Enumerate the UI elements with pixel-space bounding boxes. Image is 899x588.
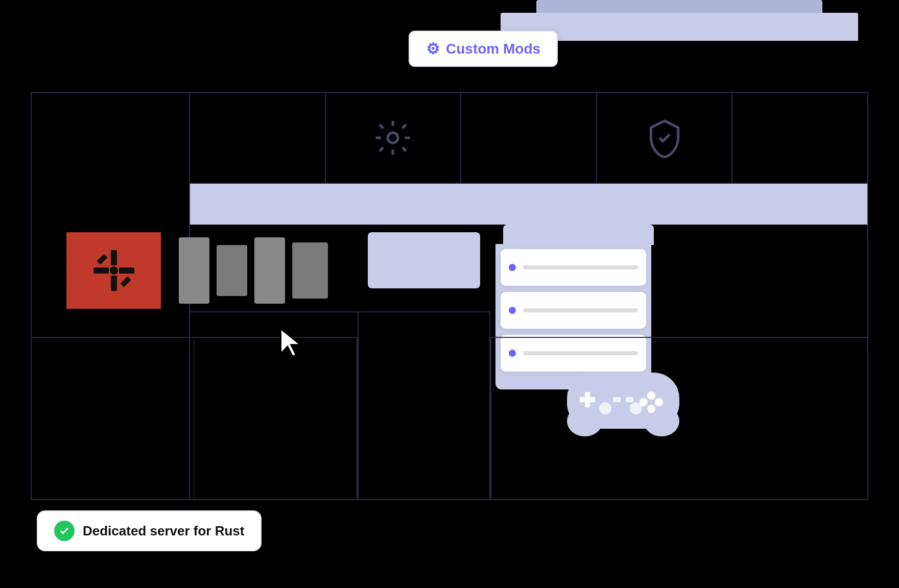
gray-bar-2	[217, 245, 247, 296]
server-line-1	[523, 265, 638, 270]
feature-block-4	[597, 93, 733, 183]
rust-game-icon	[66, 232, 161, 309]
rust-crosshair-icon	[88, 245, 139, 296]
svg-rect-6	[97, 254, 107, 264]
dedicated-server-label: Dedicated server for Rust	[83, 523, 244, 539]
bottom-left-grid	[31, 337, 358, 500]
gray-bar-3	[254, 237, 285, 304]
blue-band	[189, 184, 868, 225]
server-row-1[interactable]	[501, 249, 646, 286]
gray-bars-container	[163, 232, 363, 309]
custom-mods-gear-icon: ⚙	[426, 40, 440, 58]
feature-block-2	[326, 93, 462, 183]
mid-bottom-box	[358, 311, 490, 500]
top-section-border	[189, 92, 868, 184]
feature-block-5	[732, 93, 867, 183]
feature-block-1	[190, 93, 326, 183]
check-circle-icon	[54, 521, 75, 541]
dedicated-server-badge: Dedicated server for Rust	[37, 510, 262, 551]
shield-icon	[644, 117, 685, 158]
gray-bar-1	[179, 237, 209, 304]
blg-col-1	[32, 338, 194, 499]
gear-icon	[372, 117, 413, 158]
server-dot-2	[509, 307, 516, 314]
svg-rect-3	[111, 276, 117, 291]
svg-point-1	[110, 266, 118, 275]
blue-card-small	[368, 232, 480, 288]
svg-rect-7	[120, 276, 131, 287]
feature-block-3	[461, 93, 597, 183]
gray-bar-4	[292, 242, 328, 299]
svg-rect-2	[111, 250, 117, 265]
server-line-2	[523, 308, 638, 312]
cursor-arrow	[278, 327, 306, 362]
server-dot-1	[509, 264, 516, 271]
svg-point-0	[388, 133, 398, 143]
bottom-right-area	[490, 337, 868, 500]
custom-mods-label: Custom Mods	[446, 41, 540, 57]
server-panel-bg	[503, 225, 654, 245]
svg-rect-5	[119, 267, 134, 274]
svg-rect-4	[93, 267, 109, 274]
custom-mods-button[interactable]: ⚙ Custom Mods	[409, 31, 558, 67]
server-row-2[interactable]	[501, 292, 646, 329]
